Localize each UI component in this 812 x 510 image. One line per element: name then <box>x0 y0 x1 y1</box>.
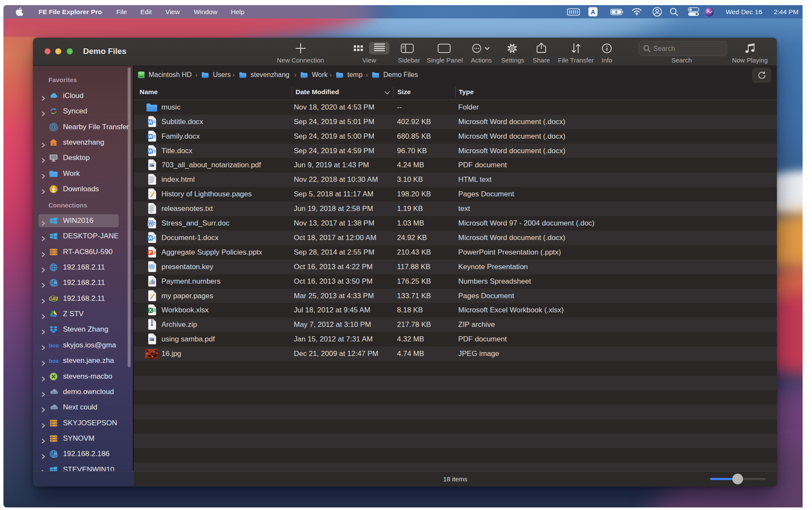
svg-text:W: W <box>148 119 152 124</box>
svg-text:W: W <box>148 235 152 240</box>
svg-text:W: W <box>148 134 152 139</box>
svg-text:DAV: DAV <box>49 296 58 301</box>
svg-text:box: box <box>49 342 59 349</box>
svg-text:A: A <box>591 9 595 15</box>
svg-text:«: « <box>150 293 152 297</box>
svg-text:W: W <box>148 221 152 226</box>
svg-text:box: box <box>49 358 59 364</box>
svg-text:X: X <box>149 308 152 313</box>
svg-text:W: W <box>148 148 152 153</box>
svg-text:P: P <box>149 250 152 255</box>
svg-text:«: « <box>150 191 152 195</box>
